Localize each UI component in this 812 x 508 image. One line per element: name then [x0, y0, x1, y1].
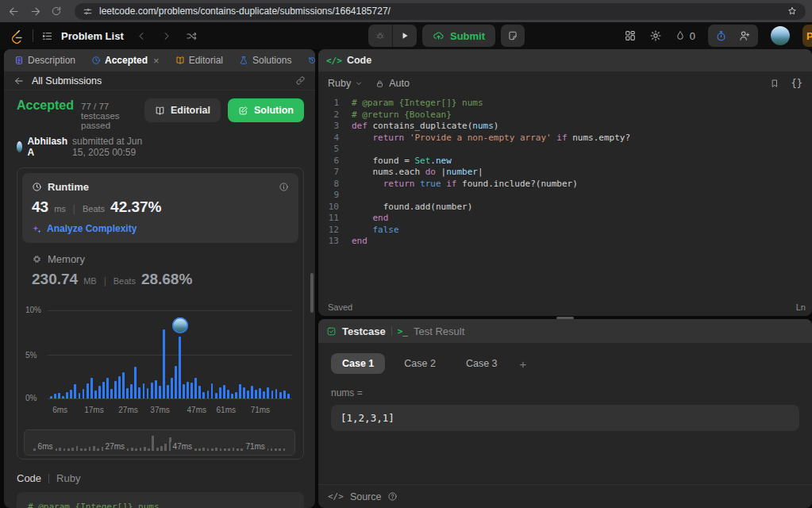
case-1-tab[interactable]: Case 1	[331, 353, 385, 374]
editorial-button[interactable]: Editorial	[144, 98, 221, 122]
histogram-bar[interactable]	[134, 367, 137, 398]
chart-range-brush[interactable]: 6ms27ms47ms71ms	[24, 429, 295, 456]
layout-grid-icon[interactable]	[624, 29, 637, 42]
back-arrow-icon[interactable]	[13, 75, 25, 87]
browser-reload-icon[interactable]	[51, 6, 62, 17]
histogram-bar[interactable]	[122, 372, 125, 398]
histogram-bar[interactable]	[190, 383, 193, 398]
browser-back-icon[interactable]	[8, 6, 20, 17]
histogram-bar[interactable]	[90, 378, 93, 398]
solution-button[interactable]: Solution	[228, 98, 304, 122]
histogram-bar[interactable]	[110, 389, 113, 398]
leetcode-logo-icon[interactable]	[10, 29, 25, 44]
histogram-bar[interactable]	[79, 393, 81, 398]
histogram-bar[interactable]	[138, 387, 140, 398]
next-problem-icon[interactable]	[161, 31, 171, 41]
left-panel-scrollbar[interactable]	[310, 273, 314, 313]
histogram-bar[interactable]	[143, 383, 145, 398]
histogram-bar[interactable]	[198, 386, 201, 398]
author-name[interactable]: Abhilash A	[27, 136, 67, 158]
url-bar[interactable]: leetcode.com/problems/contains-duplicate…	[75, 3, 806, 20]
format-code-icon[interactable]: {}	[791, 78, 802, 89]
tab-code[interactable]: </> Code	[326, 55, 371, 66]
tab-editorial[interactable]: Editorial	[173, 55, 225, 66]
tab-solutions[interactable]: Solutions	[237, 55, 294, 66]
histogram-bar[interactable]	[183, 384, 185, 398]
submit-button[interactable]: Submit	[422, 25, 495, 47]
tab-submissions[interactable]: Submissions	[305, 55, 315, 66]
histogram-bar[interactable]	[74, 384, 76, 398]
histogram-bar[interactable]	[167, 385, 169, 398]
histogram-bar[interactable]	[207, 391, 210, 398]
histogram-bar[interactable]	[187, 382, 189, 398]
panel-resize-handle[interactable]	[318, 316, 812, 319]
problem-list-icon[interactable]	[41, 30, 53, 42]
source-label[interactable]: Source	[350, 491, 382, 502]
histogram-bar[interactable]	[70, 390, 72, 398]
histogram-bar[interactable]	[58, 393, 60, 398]
debug-icon[interactable]	[368, 25, 392, 47]
browser-forward-icon[interactable]	[29, 6, 41, 17]
problem-list-label[interactable]: Problem List	[61, 30, 124, 42]
histogram-bar[interactable]	[66, 392, 68, 398]
tab-test-result[interactable]: >_ Test Result	[398, 325, 465, 337]
histogram-bar[interactable]	[259, 388, 261, 398]
histogram-bar[interactable]	[114, 381, 117, 398]
language-selector[interactable]: Ruby	[328, 78, 363, 89]
histogram-bar[interactable]	[287, 394, 290, 398]
histogram-bar[interactable]	[102, 382, 105, 398]
histogram-bar[interactable]	[239, 384, 241, 398]
close-tab-icon[interactable]: ×	[153, 55, 160, 67]
histogram-bar[interactable]	[106, 378, 109, 398]
histogram-bar[interactable]	[275, 389, 278, 398]
histogram-bar[interactable]	[163, 329, 165, 398]
info-icon[interactable]	[279, 182, 289, 192]
tab-description[interactable]: Description	[12, 55, 78, 66]
case-3-tab[interactable]: Case 3	[455, 353, 509, 374]
memory-block[interactable]: Memory 230.74 MB | Beats 28.68%	[22, 243, 298, 290]
testcase-input[interactable]: [1,2,3,1]	[331, 405, 799, 431]
random-problem-icon[interactable]	[186, 30, 198, 42]
runtime-card[interactable]: Runtime 43 ms | Beats 42.37%	[22, 173, 298, 243]
site-settings-icon[interactable]	[83, 6, 93, 17]
case-2-tab[interactable]: Case 2	[393, 353, 447, 374]
copy-link-icon[interactable]	[295, 75, 306, 86]
histogram-bar[interactable]	[219, 387, 221, 398]
stopwatch-icon[interactable]	[715, 30, 727, 42]
histogram-bar[interactable]	[271, 391, 274, 398]
histogram-bar[interactable]	[283, 391, 286, 398]
histogram-bar[interactable]	[223, 385, 225, 398]
histogram-bar[interactable]	[202, 392, 205, 398]
histogram-bar[interactable]	[247, 391, 249, 398]
histogram-bar[interactable]	[147, 388, 149, 398]
histogram-bar[interactable]	[171, 378, 173, 398]
help-question-icon[interactable]	[387, 491, 398, 502]
histogram-bar[interactable]	[62, 396, 64, 398]
histogram-bar[interactable]	[159, 386, 161, 398]
all-submissions-label[interactable]: All Submissions	[32, 75, 102, 87]
histogram-bar[interactable]	[235, 392, 237, 398]
tab-accepted[interactable]: Accepted ×	[89, 55, 162, 67]
histogram-bar[interactable]	[126, 388, 129, 398]
auto-mode-toggle[interactable]: Auto	[375, 78, 410, 89]
histogram-bar[interactable]	[130, 384, 133, 398]
histogram-bar[interactable]	[227, 390, 229, 398]
histogram-bar[interactable]	[94, 391, 97, 398]
histogram-bar[interactable]	[179, 337, 181, 398]
histogram-bar[interactable]	[267, 387, 269, 398]
user-avatar[interactable]	[771, 26, 790, 45]
settings-gear-icon[interactable]	[649, 29, 662, 42]
histogram-bar[interactable]	[54, 394, 56, 398]
code-editor-content[interactable]: 1# @param {Integer[]} nums2# @return {Bo…	[318, 95, 812, 298]
prev-problem-icon[interactable]	[137, 31, 147, 41]
histogram-bar[interactable]	[231, 394, 233, 398]
histogram-bar[interactable]	[194, 378, 197, 398]
histogram-bar[interactable]	[83, 389, 85, 398]
histogram-bar[interactable]	[98, 386, 101, 398]
histogram-bar[interactable]	[87, 383, 89, 398]
histogram-bar[interactable]	[279, 392, 282, 398]
note-button[interactable]	[501, 25, 525, 47]
run-icon[interactable]	[393, 25, 417, 47]
histogram-bar[interactable]	[175, 366, 177, 398]
histogram-bar[interactable]	[243, 387, 245, 398]
